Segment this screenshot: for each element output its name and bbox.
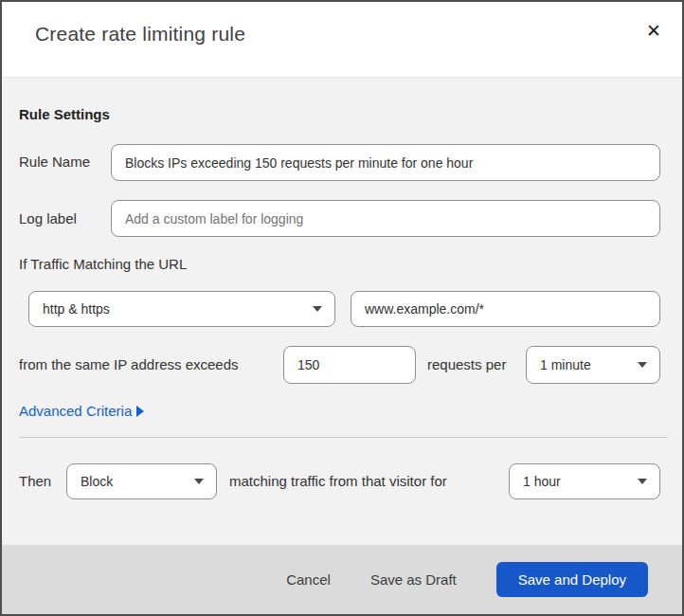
save-and-deploy-button[interactable]: Save and Deploy	[496, 562, 648, 597]
action-select-value: Block	[81, 474, 113, 489]
advanced-criteria-label: Advanced Criteria	[19, 403, 132, 419]
log-label-label: Log label	[19, 210, 77, 226]
requests-per-text: requests per	[427, 356, 506, 372]
rule-name-input[interactable]	[111, 144, 660, 181]
chevron-down-icon	[313, 306, 322, 312]
threshold-prefix-text: from the same IP address exceeds	[19, 356, 239, 372]
triangle-right-icon	[136, 406, 144, 417]
cancel-button[interactable]: Cancel	[286, 571, 331, 588]
close-icon: ✕	[646, 20, 661, 42]
period-select[interactable]: 1 minute	[526, 346, 660, 384]
close-button[interactable]: ✕	[640, 17, 667, 44]
chevron-down-icon	[638, 479, 647, 484]
scheme-select[interactable]: http & https	[28, 291, 335, 327]
section-divider	[19, 437, 668, 438]
save-as-draft-button[interactable]: Save as Draft	[370, 571, 457, 588]
matching-traffic-text: matching traffic from that visitor for	[229, 473, 447, 489]
request-count-input[interactable]	[283, 346, 416, 384]
chevron-down-icon	[638, 362, 647, 368]
period-select-value: 1 minute	[540, 357, 591, 372]
duration-select-value: 1 hour	[523, 474, 561, 489]
chevron-down-icon	[194, 479, 204, 484]
log-label-input[interactable]	[111, 200, 660, 237]
duration-select[interactable]: 1 hour	[509, 463, 660, 499]
dialog-header: Create rate limiting rule ✕	[2, 2, 682, 78]
advanced-criteria-link[interactable]: Advanced Criteria	[19, 403, 144, 419]
then-label: Then	[19, 473, 51, 489]
traffic-matching-intro: If Traffic Matching the URL	[19, 256, 187, 272]
dialog-footer: Cancel Save as Draft Save and Deploy	[2, 545, 682, 614]
rule-name-label: Rule Name	[19, 154, 90, 170]
create-rate-limiting-rule-dialog: Create rate limiting rule ✕ Rule Setting…	[0, 0, 684, 616]
scheme-select-value: http & https	[43, 301, 110, 317]
action-select[interactable]: Block	[66, 463, 217, 499]
rule-settings-heading: Rule Settings	[19, 106, 110, 122]
dialog-title: Create rate limiting rule	[35, 23, 245, 45]
url-pattern-input[interactable]	[351, 291, 660, 327]
